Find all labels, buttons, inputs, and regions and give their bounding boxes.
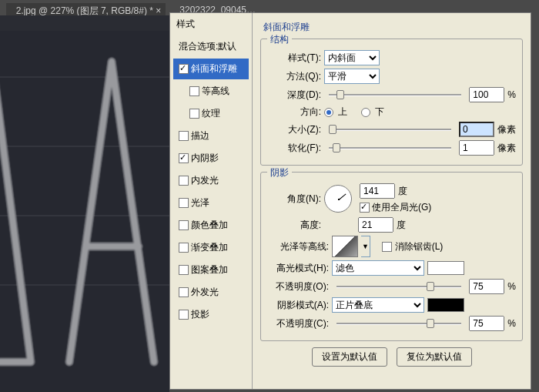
highlight-opacity-slider[interactable] <box>336 280 461 293</box>
label: 投影 <box>191 308 209 321</box>
chevron-down-icon: ▼ <box>362 243 369 250</box>
highlight-mode-select[interactable]: 滤色 <box>332 260 424 276</box>
group-legend: 结构 <box>267 33 292 46</box>
altitude-input[interactable] <box>358 217 393 233</box>
checkbox-icon[interactable] <box>179 265 189 275</box>
inner-shadow[interactable]: 内阴影 <box>173 148 249 169</box>
make-default-button[interactable]: 设置为默认值 <box>312 347 387 367</box>
label: 内发光 <box>191 174 219 187</box>
altitude-label: 高度: <box>267 219 321 232</box>
checkbox-icon[interactable] <box>179 176 189 186</box>
up-label: 上 <box>338 106 347 119</box>
unit: % <box>507 318 516 329</box>
checkbox-icon[interactable] <box>179 220 189 230</box>
label: 渐变叠加 <box>191 241 228 254</box>
checkbox-icon[interactable] <box>189 109 199 119</box>
stroke[interactable]: 描边 <box>173 126 249 146</box>
gloss-contour[interactable] <box>332 236 358 257</box>
canvas <box>0 15 169 392</box>
unit: % <box>507 89 516 100</box>
highlight-opacity-input[interactable] <box>469 279 504 294</box>
contour[interactable]: 等高线 <box>184 81 249 102</box>
size-slider[interactable] <box>329 122 451 136</box>
checkbox-icon[interactable] <box>179 310 189 320</box>
inner-glow[interactable]: 内发光 <box>173 170 249 191</box>
angle-label: 角度(N): <box>267 193 321 206</box>
unit: 度 <box>398 185 407 198</box>
label: 光泽 <box>191 196 209 209</box>
checkbox-icon[interactable] <box>179 287 189 297</box>
angle-input[interactable] <box>360 183 395 199</box>
technique-label: 方法(Q): <box>267 70 321 83</box>
checkbox-icon[interactable] <box>179 243 189 253</box>
gradient-overlay[interactable]: 渐变叠加 <box>173 237 249 258</box>
unit: 度 <box>397 219 406 232</box>
checkbox-icon[interactable] <box>179 131 189 141</box>
gloss-label: 光泽等高线: <box>267 240 329 253</box>
satin[interactable]: 光泽 <box>173 193 249 213</box>
bevel-emboss[interactable]: 斜面和浮雕 <box>173 59 249 79</box>
soften-input[interactable] <box>459 140 494 156</box>
shadow-opacity-slider[interactable] <box>336 317 461 330</box>
dir-up-radio[interactable] <box>324 108 333 117</box>
panel-heading: 斜面和浮雕 <box>263 21 523 34</box>
group-legend: 阴影 <box>267 166 292 179</box>
technique-select[interactable]: 平滑 <box>324 69 380 84</box>
label: 外发光 <box>191 286 219 299</box>
dir-down-radio[interactable] <box>361 108 370 117</box>
depth-slider[interactable] <box>329 88 461 102</box>
reset-default-button[interactable]: 复位为默认值 <box>397 347 472 367</box>
label: 斜面和浮雕 <box>191 62 237 75</box>
highlight-opacity-label: 不透明度(O): <box>267 280 329 293</box>
settings-panel: 斜面和浮雕 结构 样式(T):内斜面 方法(Q):平滑 深度(D):% 方向:上… <box>253 13 531 389</box>
checkbox-icon[interactable] <box>179 64 189 74</box>
label: 纹理 <box>202 107 220 120</box>
checkbox-icon[interactable] <box>179 198 189 208</box>
soften-label: 软化(F): <box>267 142 321 155</box>
style-label: 样式(T): <box>267 52 321 65</box>
shadow-mode-label: 阴影模式(A): <box>267 299 329 312</box>
label: 颜色叠加 <box>191 219 228 232</box>
label: 图案叠加 <box>191 263 228 276</box>
style-select[interactable]: 内斜面 <box>324 50 380 65</box>
label: 内阴影 <box>191 152 219 165</box>
size-input[interactable] <box>459 122 494 137</box>
checkbox-icon[interactable] <box>189 86 199 96</box>
gloss-dropdown[interactable]: ▼ <box>361 236 370 257</box>
shadow-opacity-input[interactable] <box>469 316 504 331</box>
shadow-color[interactable] <box>427 298 464 312</box>
blend-options[interactable]: 混合选项:默认 <box>173 36 249 57</box>
shadow-opacity-label: 不透明度(C): <box>267 317 329 330</box>
unit: 像素 <box>497 142 516 155</box>
antialias-label: 消除锯齿(L) <box>395 240 444 253</box>
shadow-mode-select[interactable]: 正片叠底 <box>332 297 424 313</box>
checkbox-icon[interactable] <box>179 153 189 163</box>
unit: % <box>507 281 516 292</box>
depth-input[interactable] <box>469 87 504 102</box>
color-overlay[interactable]: 颜色叠加 <box>173 215 249 236</box>
drop-shadow[interactable]: 投影 <box>173 304 249 325</box>
soften-slider[interactable] <box>329 141 451 155</box>
depth-label: 深度(D): <box>267 89 321 102</box>
layer-style-dialog: 样式 混合选项:默认 斜面和浮雕 等高线 纹理 描边 内阴影 内发光 光泽 颜色… <box>169 12 531 390</box>
effects-sidebar: 样式 混合选项:默认 斜面和浮雕 等高线 纹理 描边 内阴影 内发光 光泽 颜色… <box>170 13 253 389</box>
structure-group: 结构 样式(T):内斜面 方法(Q):平滑 深度(D):% 方向:上 下 大小(… <box>260 39 523 166</box>
label: 等高线 <box>202 85 229 98</box>
unit: 像素 <box>497 123 516 136</box>
down-label: 下 <box>375 106 384 119</box>
shading-group: 阴影 角度(N): 度 使用全局光(G) 高度:度 光泽等高线:▼ 消除锯齿(L… <box>260 172 523 341</box>
antialias-checkbox[interactable] <box>382 242 392 252</box>
size-label: 大小(Z): <box>267 123 321 136</box>
label: 描边 <box>191 129 209 142</box>
global-light-checkbox[interactable] <box>360 203 370 213</box>
button-row: 设置为默认值 复位为默认值 <box>260 347 523 367</box>
highlight-mode-label: 高光模式(H): <box>267 262 329 275</box>
global-light-label: 使用全局光(G) <box>372 201 431 214</box>
pattern-overlay[interactable]: 图案叠加 <box>173 260 249 280</box>
highlight-color[interactable] <box>427 261 464 275</box>
outer-glow[interactable]: 外发光 <box>173 282 249 303</box>
direction-label: 方向: <box>267 106 321 119</box>
angle-dial[interactable] <box>324 185 352 213</box>
texture[interactable]: 纹理 <box>184 103 249 124</box>
sidebar-title: 样式 <box>170 13 252 35</box>
